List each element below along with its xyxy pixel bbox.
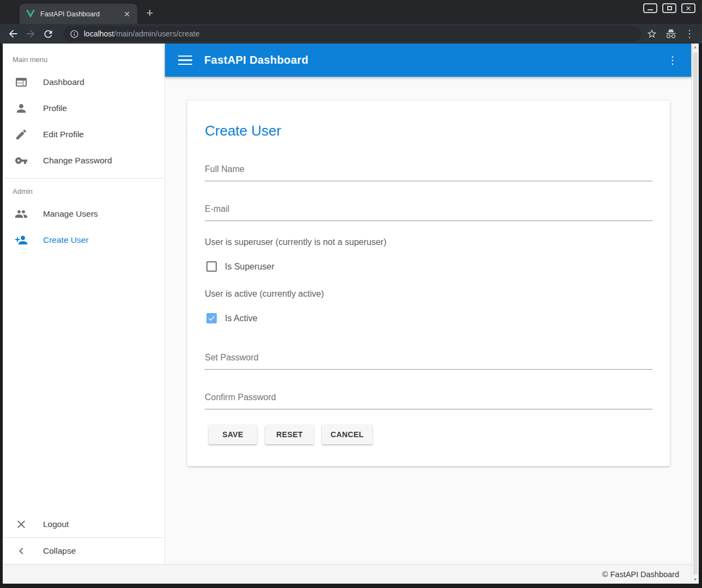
full-name-field-wrapper [205, 163, 652, 181]
hamburger-menu-icon[interactable] [178, 56, 192, 65]
form-actions: SAVE RESET CANCEL [205, 425, 652, 444]
sidebar-item-edit-profile[interactable]: Edit Profile [3, 121, 164, 148]
set-password-input[interactable] [205, 352, 652, 370]
browser-scrollbar[interactable]: ▲ ▼ [691, 44, 699, 584]
url-host: localhost [84, 29, 114, 38]
sidebar-item-change-password[interactable]: Change Password [3, 148, 164, 174]
window-minimize-button[interactable] [643, 3, 657, 13]
bookmark-star-icon[interactable] [646, 28, 657, 39]
sidebar-section-admin: Admin [3, 179, 164, 201]
tab-close-icon[interactable]: ✕ [122, 9, 132, 19]
sidebar-item-collapse[interactable]: Collapse [3, 538, 164, 564]
dashboard-icon [15, 76, 28, 89]
sidebar-item-label: Change Password [43, 156, 112, 166]
person-add-icon [15, 234, 28, 247]
window-controls: ✕ [643, 3, 695, 13]
scroll-up-icon[interactable]: ▲ [693, 44, 698, 51]
browser-tab[interactable]: FastAPI Dashboard ✕ [20, 4, 137, 24]
scrollbar-thumb[interactable] [693, 52, 698, 575]
tab-title: FastAPI Dashboard [40, 10, 122, 18]
sidebar-item-logout[interactable]: Logout [3, 511, 164, 537]
checkbox-label: Is Superuser [225, 262, 274, 272]
email-input[interactable] [205, 203, 652, 221]
email-field-wrapper [205, 203, 652, 221]
cancel-button[interactable]: CANCEL [322, 425, 373, 444]
reset-button[interactable]: RESET [265, 425, 314, 444]
page-footer: © FastAPI Dashboard [3, 564, 691, 584]
window-maximize-button[interactable] [662, 3, 676, 13]
sidebar-item-label: Collapse [43, 546, 76, 556]
sidebar: Main menu Dashboard Profile [3, 44, 165, 564]
app-title: FastAPI Dashboard [204, 54, 308, 66]
new-tab-button[interactable]: + [142, 5, 158, 21]
window-close-button[interactable]: ✕ [681, 3, 695, 13]
app-bar: FastAPI Dashboard ⋮ [165, 44, 691, 77]
checkbox-label: Is Active [225, 314, 258, 323]
group-icon [15, 207, 28, 220]
back-icon[interactable] [5, 26, 21, 41]
site-info-icon[interactable] [70, 29, 79, 39]
is-superuser-checkbox-row[interactable]: Is Superuser [205, 261, 652, 272]
full-name-input[interactable] [205, 163, 652, 181]
sidebar-section-main-menu: Main menu [3, 44, 164, 69]
address-bar[interactable]: localhost/main/admin/users/create [63, 26, 641, 41]
confirm-password-input[interactable] [205, 391, 652, 409]
sidebar-item-label: Dashboard [43, 77, 84, 87]
save-button[interactable]: SAVE [209, 425, 257, 444]
sidebar-item-label: Logout [43, 519, 69, 529]
sidebar-item-label: Manage Users [43, 209, 98, 219]
browser-menu-icon[interactable]: ⋮ [685, 28, 694, 40]
active-hint: User is active (currently active) [205, 289, 652, 299]
url-path: /main/admin/users/create [114, 29, 199, 38]
checkbox-checked-icon[interactable] [206, 313, 217, 323]
content-area: Create User User is superuser (currently… [165, 77, 691, 564]
scroll-down-icon[interactable]: ▼ [693, 576, 698, 584]
incognito-icon [665, 28, 677, 40]
create-user-card: Create User User is superuser (currently… [187, 101, 670, 466]
browser-toolbar: localhost/main/admin/users/create ⋮ [0, 24, 702, 44]
set-password-field-wrapper [205, 352, 652, 370]
vue-logo-icon [26, 10, 35, 18]
copyright-text: © FastAPI Dashboard [602, 570, 679, 579]
close-icon [15, 518, 28, 531]
person-icon [15, 102, 28, 115]
key-icon [15, 154, 28, 167]
checkbox-unchecked-icon[interactable] [206, 261, 217, 272]
reload-icon[interactable] [40, 26, 56, 41]
page-viewport: Main menu Dashboard Profile [3, 44, 699, 584]
sidebar-item-label: Create User [43, 235, 89, 245]
kebab-menu-icon[interactable]: ⋮ [665, 54, 680, 66]
sidebar-item-create-user[interactable]: Create User [3, 227, 164, 253]
main-area: FastAPI Dashboard ⋮ Create User User is … [165, 44, 691, 564]
sidebar-item-manage-users[interactable]: Manage Users [3, 201, 164, 227]
is-active-checkbox-row[interactable]: Is Active [205, 313, 652, 323]
sidebar-item-label: Edit Profile [43, 130, 84, 139]
confirm-password-field-wrapper [205, 391, 652, 409]
toolbar-right: ⋮ [646, 28, 694, 40]
sidebar-spacer [3, 253, 164, 511]
sidebar-item-dashboard[interactable]: Dashboard [3, 69, 164, 95]
sidebar-item-label: Profile [43, 103, 67, 113]
browser-titlebar: FastAPI Dashboard ✕ + ✕ [0, 0, 702, 24]
forward-icon[interactable] [23, 26, 38, 41]
chevron-left-icon [15, 544, 28, 558]
pencil-icon [15, 128, 28, 141]
superuser-hint: User is superuser (currently is not a su… [205, 237, 652, 247]
page-title: Create User [205, 122, 652, 139]
sidebar-item-profile[interactable]: Profile [3, 95, 164, 121]
